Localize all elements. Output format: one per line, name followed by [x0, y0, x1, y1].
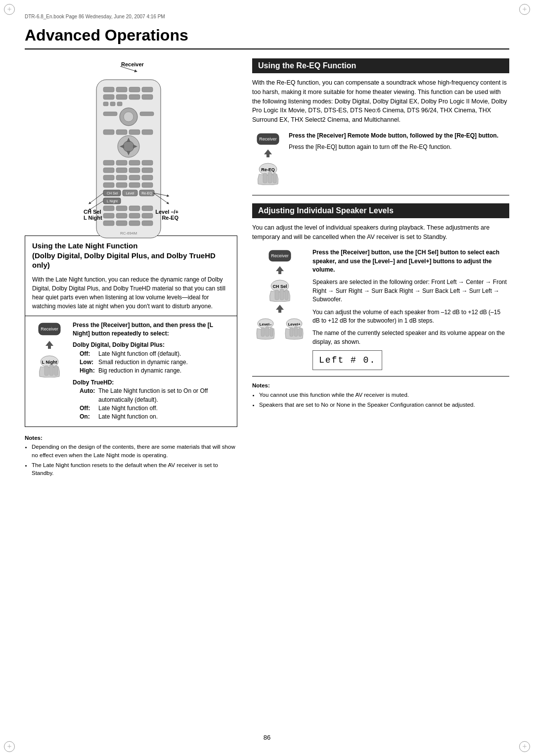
svg-rect-96	[266, 327, 269, 336]
re-eq-receiver-btn: Receiver	[255, 132, 281, 146]
remote-right-labels: Level –/+ Re-EQ	[155, 209, 178, 221]
remote-svg-container: Receiver	[82, 58, 180, 260]
speaker-note-1: You cannot use this function while the A…	[259, 391, 509, 399]
level-plus-hand: Level+	[281, 316, 308, 340]
svg-marker-78	[264, 149, 272, 157]
svg-rect-30	[142, 160, 153, 165]
svg-rect-101	[294, 327, 298, 336]
svg-rect-36	[116, 175, 127, 180]
svg-text:L Night: L Night	[42, 360, 57, 365]
dd-option-high: High: Big reduction in dynamic range.	[80, 367, 230, 375]
svg-rect-8	[129, 94, 140, 99]
thd-option-off: Off: Late Night function off.	[80, 404, 230, 413]
svg-text:Receiver: Receiver	[271, 253, 289, 258]
dd-option-off: Off: Late Night function off (default).	[80, 350, 230, 358]
svg-text:Receiver: Receiver	[41, 327, 58, 331]
re-eq-label: Re-EQ	[155, 215, 178, 221]
re-eq-section: Using the Re-EQ Function With the Re-EQ …	[252, 58, 509, 185]
svg-text:Re-EQ: Re-EQ	[141, 191, 152, 195]
svg-text:Re-EQ: Re-EQ	[261, 167, 275, 172]
svg-rect-3	[116, 87, 127, 92]
speaker-section: Adjusting Individual Speaker Levels You …	[252, 203, 509, 409]
re-eq-bold: Press the [Receiver] Remote Mode button,…	[289, 132, 509, 140]
speaker-display: Left # 0.	[312, 350, 382, 370]
speaker-section-header: Adjusting Individual Speaker Levels	[252, 203, 509, 218]
svg-rect-31	[103, 168, 114, 173]
svg-text:CH Sel: CH Sel	[272, 284, 287, 289]
svg-text:Level+: Level+	[288, 322, 300, 327]
svg-rect-74	[49, 365, 53, 376]
re-eq-body: With the Re-EQ function, you can compens…	[252, 78, 509, 125]
speaker-arrow1	[275, 265, 285, 275]
note-item-1: Depending on the design of the contents,…	[32, 443, 237, 459]
speaker-arrow2	[275, 304, 285, 314]
svg-rect-10	[103, 102, 108, 106]
svg-rect-34	[142, 168, 153, 173]
speaker-bold: Press the [Receiver] button, use the [CH…	[312, 248, 509, 274]
l-night-label: L Night	[84, 215, 102, 221]
svg-rect-73	[44, 366, 48, 376]
down-arrow-svg	[44, 340, 54, 350]
svg-text:Level–: Level–	[260, 322, 272, 327]
ch-sel-hand-svg: CH Sel	[264, 277, 296, 302]
svg-text:L Night: L Night	[107, 199, 118, 203]
page-title: Advanced Operations	[25, 26, 509, 49]
svg-rect-16	[140, 112, 154, 116]
instruction-hand: Receiver L Night	[32, 321, 67, 422]
svg-rect-5	[142, 87, 153, 92]
thd-option-auto: Auto: The Late Night function is set to …	[80, 387, 230, 404]
svg-rect-83	[273, 173, 276, 183]
svg-point-14	[124, 112, 134, 122]
svg-rect-60	[116, 221, 127, 226]
svg-marker-86	[276, 266, 284, 274]
speaker-note-2: Speakers that are set to No or None in t…	[259, 401, 509, 409]
note-item-2: The Late Night function resets to the de…	[32, 461, 237, 477]
svg-rect-42	[142, 183, 153, 188]
svg-rect-35	[103, 175, 114, 180]
svg-rect-33	[129, 168, 140, 173]
speaker-notes-divider	[252, 376, 509, 377]
receiver-label-svg: Receiver	[82, 58, 190, 73]
svg-text:CH Sel: CH Sel	[107, 191, 118, 195]
svg-rect-11	[110, 102, 115, 106]
svg-rect-19	[129, 130, 140, 135]
late-night-desc: With the Late Night function, you can re…	[25, 272, 237, 316]
svg-rect-41	[129, 183, 140, 188]
notes-list-late: Depending on the design of the contents,…	[25, 443, 237, 477]
speaker-instruction-box: Receiver CH Sel	[252, 248, 509, 370]
header-meta: DTR-6.8_En.book Page 86 Wednesday, June …	[0, 0, 534, 21]
svg-rect-38	[142, 175, 153, 180]
svg-rect-12	[117, 102, 122, 106]
corner-mark-tr	[519, 4, 530, 15]
svg-rect-81	[263, 173, 267, 183]
svg-rect-32	[116, 168, 127, 173]
remote-left-labels: CH Sel L Night	[84, 209, 102, 221]
corner-mark-bl	[4, 741, 15, 752]
svg-text:Level: Level	[126, 191, 134, 195]
late-night-box: Using the Late Night Function (Dolby Dig…	[25, 236, 237, 427]
svg-rect-20	[142, 130, 153, 135]
left-column: Receiver	[25, 58, 237, 479]
svg-rect-61	[129, 221, 140, 226]
notes-title-late: Notes:	[25, 434, 237, 442]
svg-rect-18	[116, 130, 127, 135]
svg-marker-92	[276, 305, 284, 313]
svg-rect-95	[261, 328, 265, 336]
svg-rect-27	[103, 160, 114, 165]
re-eq-instruction-text: Press the [Receiver] Remote Mode button,…	[289, 132, 509, 152]
svg-rect-2	[103, 87, 114, 92]
svg-rect-6	[103, 94, 114, 99]
svg-rect-89	[275, 290, 279, 300]
instruction-box: Receiver L Night	[25, 316, 237, 426]
level-label: Level –/+	[155, 209, 178, 215]
display-info: The name of the currently selected speak…	[312, 329, 509, 346]
ch-sel-label: CH Sel	[84, 209, 102, 215]
svg-rect-59	[103, 221, 114, 226]
instruction-bold: Press the [Receiver] button, and then pr…	[73, 321, 230, 338]
volume-info: You can adjust the volume of each speake…	[312, 308, 509, 326]
late-night-notes: Notes: Depending on the design of the co…	[25, 434, 237, 477]
re-eq-header: Using the Re-EQ Function	[252, 58, 509, 73]
svg-rect-39	[103, 183, 114, 188]
re-eq-hand-svg: Re-EQ	[252, 160, 284, 185]
re-eq-hand-icons: Receiver Re-EQ	[252, 132, 284, 185]
